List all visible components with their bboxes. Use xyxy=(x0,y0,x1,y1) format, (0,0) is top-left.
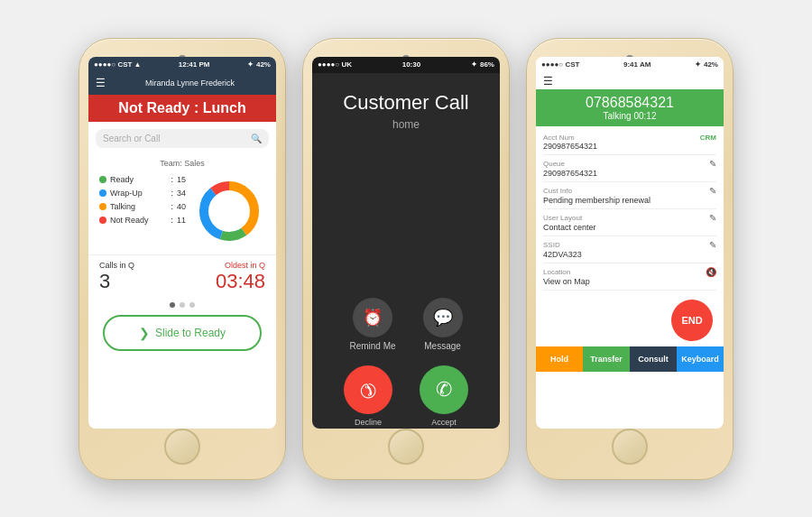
dot-2 xyxy=(180,302,185,308)
phone-3-status-bar: ●●●●○ CST 9:41 AM ✦ 42% xyxy=(536,57,724,73)
stat-ready: Ready : 15 xyxy=(99,175,186,184)
hold-label: Hold xyxy=(550,355,568,364)
custinfo-value: Pending membership renewal xyxy=(543,196,716,205)
calls-in-q-label: Calls in Q xyxy=(99,261,177,270)
status-left: ●●●●○ CST ▲ xyxy=(94,60,141,69)
colon: : xyxy=(171,202,173,211)
queue-label: Queue xyxy=(543,160,565,168)
oldest-in-q-value: 03:48 xyxy=(188,270,265,293)
phone-2: ●●●●○ UK 10:30 ✦ 86% Customer Call home xyxy=(302,38,510,480)
phone-1-status-bar: ●●●●○ CST ▲ 12:41 PM ✦ 42% xyxy=(88,57,276,73)
userlayout-label: User Layout xyxy=(543,214,582,222)
battery-text: 42% xyxy=(256,60,271,69)
calls-section: Calls in Q 3 Oldest in Q 03:48 xyxy=(88,254,276,299)
info-row-ssid: SSID ✎ 42DVA323 xyxy=(543,236,716,263)
remind-me-label: Remind Me xyxy=(349,341,395,351)
active-call-header: 07868584321 Talking 00:12 xyxy=(536,89,724,126)
acct-value: 290987654321 xyxy=(543,142,716,151)
wrapup-num: 34 xyxy=(177,189,186,198)
bluetooth-icon: ✦ xyxy=(471,60,477,69)
call-info-list: Acct Num CRM 290987654321 Queue ✎ 290987… xyxy=(536,126,724,294)
keyboard-button[interactable]: Keyboard xyxy=(677,346,724,372)
status-right: ✦ 42% xyxy=(247,60,271,69)
decline-label: Decline xyxy=(355,418,382,427)
stats-list: Ready : 15 Wrap-Up : 34 Talking : xyxy=(99,175,186,247)
location-map-icon[interactable]: 🔇 xyxy=(706,267,716,277)
dot-1 xyxy=(170,302,175,308)
custinfo-edit-icon[interactable]: ✎ xyxy=(709,186,716,196)
userlayout-flex: User Layout ✎ xyxy=(543,213,716,223)
info-row-queue: Queue ✎ 290987654321 xyxy=(543,155,716,182)
wifi-icon: ▲ xyxy=(134,60,141,69)
carrier-text: ●●●●○ CST xyxy=(541,60,579,69)
transfer-button[interactable]: Transfer xyxy=(583,346,630,372)
stats-section: Ready : 15 Wrap-Up : 34 Talking : xyxy=(88,171,276,251)
carrier-text: ●●●●○ UK xyxy=(318,60,352,69)
talking-num: 40 xyxy=(177,202,186,211)
donut-svg xyxy=(193,175,265,247)
queue-flex: Queue ✎ xyxy=(543,159,716,169)
status-right: ✦ 86% xyxy=(471,60,494,69)
custinfo-label: Cust Info xyxy=(543,187,572,195)
talking-dot xyxy=(99,203,106,210)
active-call-number: 07868584321 xyxy=(543,95,716,111)
custinfo-flex: Cust Info ✎ xyxy=(543,186,716,196)
slide-to-ready-button[interactable]: ❯ Slide to Ready xyxy=(103,315,262,351)
status-left: ●●●●○ UK xyxy=(318,60,352,69)
dot-3 xyxy=(189,302,195,308)
end-call-button[interactable]: END xyxy=(671,300,713,341)
call-screen: Customer Call home ⏰ Remind Me 💬 Message xyxy=(312,73,500,429)
header-title: Miranda Lynne Frederick xyxy=(111,78,269,88)
team-label: Team: Sales xyxy=(96,159,269,168)
calls-in-q-box: Calls in Q 3 xyxy=(99,261,177,293)
message-icon: 💬 xyxy=(423,298,463,337)
battery-text: 86% xyxy=(480,60,494,69)
carrier-text: ●●●●○ CST xyxy=(94,60,132,69)
queue-value: 290987654321 xyxy=(543,169,716,178)
dots-indicator xyxy=(88,302,276,308)
slide-chevron-icon: ❯ xyxy=(139,326,150,340)
info-row-custinfo: Cust Info ✎ Pending membership renewal xyxy=(543,182,716,209)
call-actions-top: ⏰ Remind Me 💬 Message xyxy=(349,298,462,351)
accept-label: Accept xyxy=(431,418,457,427)
phone-1-screen: ●●●●○ CST ▲ 12:41 PM ✦ 42% ☰ Miranda Lyn… xyxy=(88,57,276,429)
donut-chart xyxy=(193,175,265,247)
location-flex: Location 🔇 xyxy=(543,267,716,277)
queue-edit-icon[interactable]: ✎ xyxy=(709,159,716,169)
accept-button[interactable]: ✆ xyxy=(420,365,468,414)
colon: : xyxy=(171,189,173,198)
calls-in-q-value: 3 xyxy=(99,270,177,293)
phones-container: ●●●●○ CST ▲ 12:41 PM ✦ 42% ☰ Miranda Lyn… xyxy=(60,20,752,498)
info-row-acct: Acct Num CRM 290987654321 xyxy=(543,130,716,155)
userlayout-edit-icon[interactable]: ✎ xyxy=(709,213,716,223)
notready-label: Not Ready xyxy=(110,216,167,225)
crm-label: CRM xyxy=(700,134,716,142)
ssid-edit-icon[interactable]: ✎ xyxy=(709,240,716,250)
hold-button[interactable]: Hold xyxy=(536,346,583,372)
decline-button[interactable]: ✆ xyxy=(344,365,392,414)
ssid-label: SSID xyxy=(543,241,560,249)
accept-icon: ✆ xyxy=(436,378,452,402)
decline-icon: ✆ xyxy=(354,375,382,403)
call-sub: home xyxy=(392,118,420,131)
time-text: 12:41 PM xyxy=(179,60,210,69)
phone-3-nav-bar: ☰ xyxy=(536,73,724,89)
phone-3-menu-icon[interactable]: ☰ xyxy=(543,75,553,88)
hamburger-icon[interactable]: ☰ xyxy=(96,77,106,89)
remind-me-action[interactable]: ⏰ Remind Me xyxy=(349,298,395,351)
location-value: View on Map xyxy=(543,277,716,286)
stat-notready: Not Ready : 11 xyxy=(99,216,186,225)
oldest-in-q-box: Oldest in Q 03:48 xyxy=(188,261,265,293)
ready-dot xyxy=(99,176,106,183)
search-bar[interactable]: Search or Call 🔍 xyxy=(96,129,269,148)
consult-button[interactable]: Consult xyxy=(630,346,677,372)
call-buttons: ✆ Decline ✆ Accept xyxy=(344,365,468,427)
bluetooth-icon: ✦ xyxy=(695,60,701,69)
decline-wrapper: ✆ Decline xyxy=(344,365,392,427)
slide-label: Slide to Ready xyxy=(155,327,226,339)
call-contact-name: Customer Call xyxy=(343,91,468,115)
message-action[interactable]: 💬 Message xyxy=(423,298,463,351)
userlayout-value: Contact center xyxy=(543,223,716,232)
location-label: Location xyxy=(543,268,570,276)
team-section: Team: Sales xyxy=(88,155,276,171)
